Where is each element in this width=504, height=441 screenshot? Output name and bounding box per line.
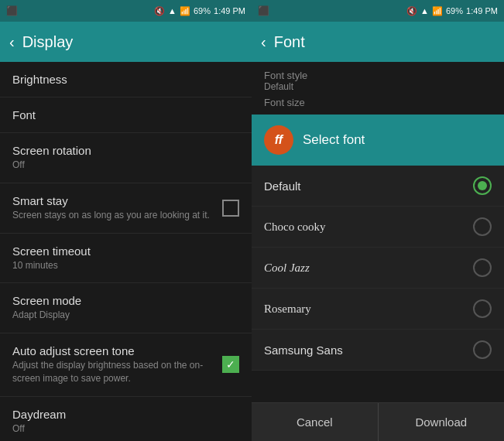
right-signal-icon: 📶 (432, 6, 443, 16)
font-option-samsung-sans[interactable]: Samsung Sans (252, 330, 504, 371)
cancel-button[interactable]: Cancel (252, 403, 379, 441)
page-title: Display (22, 33, 74, 51)
screen-timeout-subtitle: 10 minutes (12, 259, 239, 272)
screen-timeout-item[interactable]: Screen timeout 10 minutes (0, 234, 252, 284)
radio-dot-default (478, 181, 487, 190)
choco-radio[interactable] (473, 217, 492, 236)
smart-stay-subtitle: Screen stays on as long as you are looki… (12, 209, 222, 222)
font-option-default[interactable]: Default (252, 166, 504, 207)
screen-mode-subtitle: Adapt Display (12, 309, 239, 322)
font-title: Font (12, 108, 239, 121)
right-status-icons: ⬛ (258, 5, 269, 16)
select-font-header: ff Select font (252, 115, 504, 166)
samsung-sans-radio[interactable] (473, 340, 492, 359)
rosemary-radio[interactable] (473, 299, 492, 318)
screenshot-icon: ⬛ (6, 5, 18, 16)
font-option-choco[interactable]: Choco cooky (252, 207, 504, 248)
font-app-icon: ff (264, 125, 293, 155)
right-mute-icon: 🔇 (406, 6, 417, 16)
font-option-rosemary[interactable]: Rosemary (252, 289, 504, 330)
left-status-bar: ⬛ 🔇 ▲ 📶 69% 1:49 PM (0, 0, 252, 22)
left-status-right: 🔇 ▲ 📶 69% 1:49 PM (154, 6, 245, 16)
back-button[interactable]: ‹ (9, 33, 15, 51)
choco-font-label: Choco cooky (264, 220, 326, 234)
screen-rotation-item[interactable]: Screen rotation Off (0, 133, 252, 183)
left-panel: ⬛ 🔇 ▲ 📶 69% 1:49 PM ‹ Display Brightness… (0, 0, 252, 441)
mute-icon: 🔇 (154, 6, 165, 16)
right-wifi-icon: ▲ (420, 6, 429, 15)
left-toolbar: ‹ Display (0, 22, 252, 62)
smart-stay-title: Smart stay (12, 194, 222, 207)
default-font-label: Default (264, 179, 301, 193)
right-time-display: 1:49 PM (466, 6, 498, 15)
left-status-icons: ⬛ (6, 5, 18, 16)
samsung-sans-font-label: Samsung Sans (264, 344, 343, 357)
font-page-title: Font (274, 33, 305, 51)
right-toolbar: ‹ Font (252, 22, 504, 62)
cool-jazz-font-label: Cool Jazz (264, 262, 310, 275)
select-font-dialog: ff Select font Default Choco cooky Cool … (252, 115, 504, 441)
screen-timeout-title: Screen timeout (12, 244, 239, 258)
font-option-cool-jazz[interactable]: Cool Jazz (252, 248, 504, 289)
font-style-value: Default (264, 81, 492, 92)
time-display: 1:49 PM (214, 6, 245, 15)
default-radio[interactable] (473, 176, 492, 195)
font-size-label: Font size (264, 97, 492, 108)
settings-list: Brightness Font Screen rotation Off Smar… (0, 62, 252, 441)
select-font-title: Select font (303, 132, 365, 148)
wifi-icon: ▲ (168, 6, 177, 15)
auto-adjust-title: Auto adjust screen tone (12, 344, 222, 357)
screen-mode-item[interactable]: Screen mode Adapt Display (0, 283, 252, 333)
right-status-bar: ⬛ 🔇 ▲ 📶 69% 1:49 PM (252, 0, 504, 22)
rosemary-font-label: Rosemary (264, 303, 311, 316)
daydream-title: Daydream (12, 408, 239, 421)
font-icon-text: ff (275, 133, 283, 147)
screen-rotation-title: Screen rotation (12, 144, 239, 157)
font-item[interactable]: Font (0, 97, 252, 133)
dialog-buttons: Cancel Download (252, 402, 504, 441)
screen-rotation-subtitle: Off (12, 159, 239, 172)
brightness-title: Brightness (12, 73, 239, 86)
checkmark-icon: ✓ (226, 358, 235, 371)
auto-adjust-subtitle: Adjust the display brightness based on t… (12, 359, 222, 385)
right-status-right: 🔇 ▲ 📶 69% 1:49 PM (406, 6, 498, 16)
screen-mode-title: Screen mode (12, 294, 239, 307)
brightness-item[interactable]: Brightness (0, 62, 252, 97)
signal-icon: 📶 (180, 6, 190, 16)
cool-jazz-radio[interactable] (473, 258, 492, 277)
download-button[interactable]: Download (379, 403, 505, 441)
smart-stay-item[interactable]: Smart stay Screen stays on as long as yo… (0, 183, 252, 234)
right-battery-text: 69% (446, 6, 463, 15)
daydream-subtitle: Off (12, 422, 239, 436)
right-screenshot-icon: ⬛ (258, 5, 269, 16)
auto-adjust-item[interactable]: Auto adjust screen tone Adjust the displ… (0, 333, 252, 397)
right-panel: ⬛ 🔇 ▲ 📶 69% 1:49 PM ‹ Font Font style De… (252, 0, 504, 441)
daydream-item[interactable]: Daydream Off (0, 397, 252, 441)
font-back-button[interactable]: ‹ (261, 33, 266, 51)
font-style-label: Font style (264, 70, 492, 81)
smart-stay-checkbox[interactable] (222, 200, 239, 217)
battery-text: 69% (194, 6, 211, 15)
auto-adjust-checkbox[interactable]: ✓ (222, 356, 239, 373)
font-settings-header: Font style Default Font size (252, 62, 504, 115)
